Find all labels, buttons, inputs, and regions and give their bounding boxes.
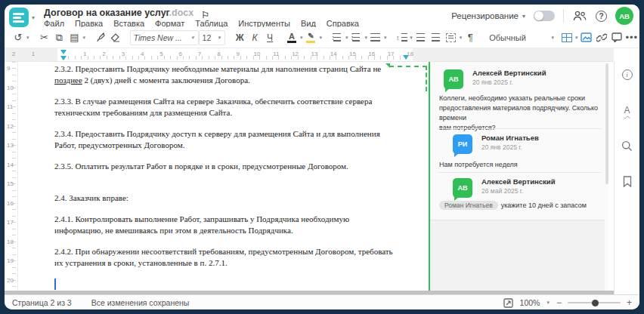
style-caret-icon[interactable]: ▾ bbox=[551, 35, 556, 41]
font-size-caret-icon[interactable]: ▾ bbox=[218, 35, 222, 41]
paste-caret-icon[interactable]: ▾ bbox=[82, 35, 86, 41]
zoom-slider-handle[interactable] bbox=[592, 300, 599, 306]
document-info-icon[interactable]: i bbox=[621, 68, 634, 82]
scrollbar-thumb[interactable] bbox=[605, 63, 608, 184]
header: ▾ Договор на оказание услуг.docx ⚐ Файл … bbox=[5, 5, 639, 27]
page-indicator[interactable]: Страница 2 из 3 bbox=[12, 298, 72, 307]
header-divider bbox=[563, 9, 564, 23]
zoom-caret-icon[interactable]: ▾ bbox=[546, 300, 550, 306]
spellcheck-icon[interactable]: А bbox=[621, 103, 634, 117]
h-ruler-number: 2 bbox=[102, 51, 105, 57]
font-color-button[interactable]: А bbox=[284, 29, 299, 46]
line-spacing-button[interactable]: ↕ bbox=[394, 29, 409, 46]
app-logo-icon[interactable] bbox=[9, 8, 29, 27]
italic-button[interactable]: К bbox=[247, 29, 262, 46]
insert-link-button[interactable] bbox=[594, 29, 609, 46]
toolbar-more-button[interactable]: ••• bbox=[624, 29, 639, 46]
horizontal-ruler[interactable]: 21123456789101112131415161718 bbox=[5, 48, 614, 62]
table-caret-icon[interactable]: ▾ bbox=[574, 35, 579, 41]
decrease-indent-button[interactable] bbox=[413, 29, 429, 46]
underline-button[interactable]: Ч bbox=[262, 29, 277, 46]
review-toggle[interactable] bbox=[534, 11, 555, 21]
increase-indent-button[interactable] bbox=[429, 29, 444, 46]
help-icon[interactable]: ? bbox=[596, 11, 607, 22]
user-avatar[interactable]: АВ bbox=[615, 7, 633, 25]
comment-author-avatar: АВ bbox=[444, 69, 463, 89]
commented-text[interactable]: позднее bbox=[54, 75, 82, 85]
add-comment-button[interactable] bbox=[609, 29, 624, 46]
h-ruler-number: 12 bbox=[292, 51, 299, 57]
paragraph-2-3-3[interactable]: 2.3.3. В случае размещения Сайта на серв… bbox=[54, 96, 413, 119]
comment-anchor-vline bbox=[426, 66, 427, 91]
paragraph-2-4[interactable]: 2.4. Заказчик вправе: bbox=[54, 192, 413, 204]
v-ruler-number: 9 bbox=[7, 65, 10, 72]
nonprinting-chars-button[interactable]: ¶ bbox=[463, 29, 478, 46]
mention-chip[interactable]: Роман Игнатьев bbox=[439, 201, 498, 210]
h-ruler-number: 15 bbox=[349, 51, 356, 57]
v-ruler-number: 15 bbox=[7, 180, 14, 187]
insert-table-button[interactable] bbox=[559, 29, 574, 46]
search-icon[interactable] bbox=[621, 139, 634, 152]
line-spacing-caret-icon[interactable]: ▾ bbox=[409, 35, 413, 41]
comment-text: Коллеги, необходимо указать реальные сро… bbox=[439, 94, 608, 133]
insert-image-button[interactable] bbox=[579, 29, 594, 46]
font-size-select[interactable]: 12▾ bbox=[199, 30, 226, 45]
h-ruler-number: 6 bbox=[179, 51, 182, 57]
paragraph-2-3-4[interactable]: 2.3.4. Предоставить Подрядчику доступ к … bbox=[54, 128, 413, 151]
zoom-level[interactable]: 100% bbox=[520, 298, 540, 307]
header-right-controls: Рецензирование ▾ ? АВ bbox=[451, 5, 633, 27]
clear-formatting-button[interactable] bbox=[108, 29, 123, 46]
reply2-date: 26 май 2025 г. bbox=[481, 187, 523, 195]
reply-author-avatar: РИ bbox=[453, 134, 472, 154]
v-ruler-number: 18 bbox=[7, 239, 14, 245]
comment-divider bbox=[438, 128, 602, 129]
cut-button[interactable]: ✂ bbox=[36, 29, 51, 46]
reply2-author-avatar: АВ bbox=[453, 178, 472, 198]
paste-button[interactable]: ▤ bbox=[67, 29, 82, 46]
undo-caret-icon[interactable]: ▾ bbox=[26, 35, 30, 41]
paragraph-style-select[interactable]: Обычный▾ bbox=[486, 30, 558, 45]
reply2-author-name: Алексей Вертинский bbox=[481, 177, 556, 186]
document-page[interactable]: 2.3.2. Предоставить Подрядчику необходим… bbox=[18, 62, 427, 291]
v-ruler-number: 11 bbox=[7, 103, 13, 110]
indent-marker-first-line[interactable] bbox=[60, 50, 67, 54]
vertical-ruler[interactable]: 91011121314151617181920 bbox=[5, 62, 18, 291]
logo-caret-icon[interactable]: ▾ bbox=[32, 14, 35, 21]
review-caret-icon[interactable]: ▾ bbox=[522, 13, 525, 20]
highlight-caret-icon[interactable]: ▾ bbox=[318, 35, 323, 41]
paragraph-shading-button[interactable] bbox=[444, 29, 459, 46]
align-button[interactable] bbox=[368, 29, 383, 46]
document-text[interactable]: 2.3.2. Предоставить Подрядчику необходим… bbox=[54, 63, 413, 290]
zoom-out-button[interactable]: − bbox=[556, 297, 562, 308]
indent-marker-left[interactable] bbox=[60, 56, 67, 60]
fit-width-icon[interactable] bbox=[503, 297, 514, 309]
zoom-in-button[interactable]: + bbox=[627, 297, 632, 308]
paragraph-2-4-1[interactable]: 2.4.1. Контролировать выполнение Работ, … bbox=[54, 214, 413, 236]
undo-button[interactable]: ↺ bbox=[11, 29, 26, 46]
copy-button[interactable]: ⧉ bbox=[51, 29, 67, 46]
bullet-list-button[interactable] bbox=[330, 29, 345, 46]
zoom-slider[interactable] bbox=[568, 302, 621, 303]
review-mode-dropdown[interactable]: Рецензирование bbox=[451, 11, 519, 20]
coauthors-icon[interactable] bbox=[572, 8, 587, 23]
bookmark-icon[interactable] bbox=[621, 174, 634, 188]
paragraph-2-4-2[interactable]: 2.4.2. При обнаружении несоответствий тр… bbox=[54, 246, 413, 269]
highlight-color-button[interactable]: ✎ bbox=[303, 29, 318, 46]
font-name-select[interactable]: Times New ...▾ bbox=[130, 30, 199, 45]
numbered-list-button[interactable] bbox=[348, 29, 364, 46]
bold-button[interactable]: Ж bbox=[232, 29, 247, 46]
align-caret-icon[interactable]: ▾ bbox=[383, 35, 388, 41]
h-ruler-number: 3 bbox=[122, 51, 125, 57]
v-ruler-number: 20 bbox=[7, 277, 14, 284]
paragraph-2-3-5[interactable]: 2.3.5. Оплатить результат Работ в порядк… bbox=[54, 161, 413, 172]
app-window: ▾ Договор на оказание услуг.docx ⚐ Файл … bbox=[5, 5, 639, 309]
format-painter-button[interactable] bbox=[93, 29, 108, 46]
h-ruler-number: 13 bbox=[311, 51, 317, 57]
font-name-caret-icon[interactable]: ▾ bbox=[190, 35, 195, 41]
comments-scrollbar[interactable] bbox=[605, 62, 609, 291]
toolbar: ↺ ▾ ✂ ⧉ ▤ ▾ Times New ...▾ 12▾ Ж К Ч А ▾… bbox=[5, 27, 639, 48]
reply2-text: укажите 10 дней с запасом bbox=[501, 202, 587, 209]
comment-thread[interactable]: АВ Алексей Вертинский 20 янв 2025 г. Кол… bbox=[430, 62, 609, 220]
paragraph-2-3-2[interactable]: 2.3.2. Предоставить Подрядчику необходим… bbox=[54, 63, 413, 86]
h-ruler-number: 18 bbox=[407, 51, 413, 57]
